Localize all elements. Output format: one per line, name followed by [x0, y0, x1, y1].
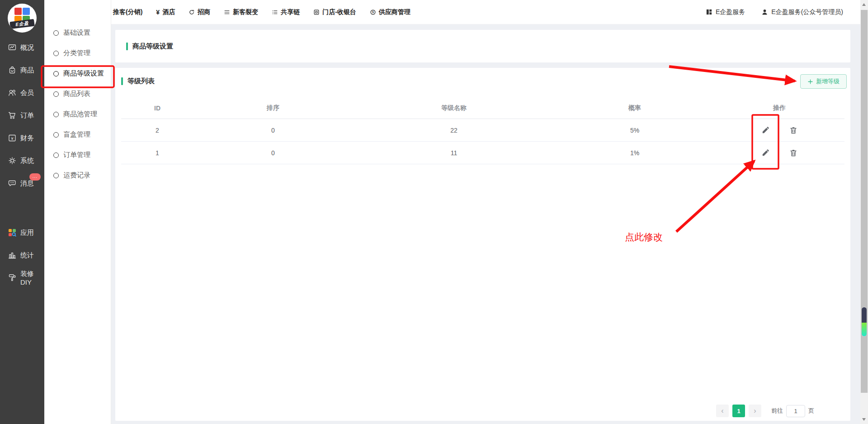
- table-row: 1 0 11 1%: [121, 142, 844, 164]
- sidebar-item-goods[interactable]: 商品: [0, 59, 44, 81]
- submenu-item-label: 运费记录: [63, 171, 90, 180]
- submenu-item-label: 订单管理: [63, 151, 90, 159]
- cell-id: 2: [121, 127, 193, 134]
- submenu-item-freight-records[interactable]: 运费记录: [44, 165, 111, 186]
- submenu-item-category-management[interactable]: 分类管理: [44, 43, 111, 63]
- yen-icon: ¥: [156, 9, 160, 16]
- circle-bullet-icon: [53, 51, 59, 56]
- sidebar-item-apps[interactable]: 应用: [0, 221, 44, 244]
- pagination: ‹ 1 › 前往 页: [716, 405, 814, 417]
- column-header-level-name: 等级名称: [353, 104, 555, 112]
- scroll-progress-widget[interactable]: [861, 307, 867, 337]
- add-level-button-label: 新增等级: [816, 77, 840, 86]
- page-number-button[interactable]: 1: [732, 405, 745, 417]
- paint-roller-icon: [8, 273, 17, 282]
- nav-item-new-customer-fission[interactable]: 新客裂变: [224, 8, 258, 16]
- sidebar-item-system[interactable]: 系统: [0, 149, 44, 172]
- nav-item-supplier-management[interactable]: S 供应商管理: [370, 8, 410, 16]
- cell-probability: 1%: [555, 149, 714, 157]
- page-title: 商品等级设置: [126, 42, 173, 51]
- edit-pencil-icon[interactable]: [761, 149, 769, 157]
- nav-item-share-chain[interactable]: 共享链: [272, 8, 300, 16]
- svg-text:S: S: [372, 10, 374, 14]
- sidebar-item-orders[interactable]: 订单: [0, 104, 44, 127]
- delete-trash-icon[interactable]: [789, 149, 797, 157]
- column-header-actions: 操作: [714, 104, 844, 112]
- submenu-item-product-pool[interactable]: 商品池管理: [44, 104, 111, 124]
- circle-bullet-icon: [53, 112, 59, 117]
- primary-sidebar: E企盈 概况 商品 会员 订单 ¥ 财务 系统 消息 ...: [0, 0, 44, 424]
- circle-bullet-icon: [53, 132, 59, 138]
- sidebar-item-finance[interactable]: ¥ 财务: [0, 127, 44, 149]
- column-header-id: ID: [121, 105, 193, 112]
- sidebar-item-label: 系统: [20, 157, 34, 165]
- submenu-item-product-list[interactable]: 商品列表: [44, 84, 111, 104]
- level-list-card: 等级列表 新增等级 ID 排序 等级名称 概率 操作 2 0 22 5%: [115, 68, 850, 421]
- message-count-badge: ...: [29, 173, 41, 181]
- page-title-text: 商品等级设置: [132, 42, 173, 51]
- prev-page-button[interactable]: ‹: [716, 405, 729, 417]
- service-apps-entry[interactable]: E企盈服务: [706, 8, 745, 16]
- circle-bullet-icon: [53, 30, 59, 36]
- cell-level-name: 22: [353, 127, 555, 134]
- sidebar-item-messages[interactable]: 消息 ...: [0, 172, 44, 195]
- user-account-label: E企盈服务(公众号管理员): [771, 8, 843, 16]
- page-scrollbar[interactable]: [860, 0, 868, 424]
- nav-item-label: 门店-收银台: [322, 8, 356, 16]
- edit-pencil-icon[interactable]: [761, 126, 769, 134]
- cell-actions: [714, 149, 844, 157]
- page-title-card: 商品等级设置: [115, 30, 850, 62]
- sidebar-secondary-group: 应用 统计 装修DIY: [0, 221, 44, 289]
- goto-page-input[interactable]: [786, 405, 805, 417]
- cart-icon: [8, 111, 17, 120]
- overview-icon: [8, 43, 17, 52]
- next-page-button[interactable]: ›: [749, 405, 761, 417]
- finance-icon: ¥: [8, 133, 17, 143]
- submenu-item-label: 商品池管理: [63, 110, 97, 119]
- circle-bullet-icon: [53, 173, 59, 178]
- cell-level-name: 11: [353, 149, 555, 157]
- cell-sort: 0: [193, 149, 353, 157]
- delete-trash-icon[interactable]: [789, 126, 797, 134]
- submenu-item-order-management[interactable]: 订单管理: [44, 145, 111, 165]
- sidebar-item-label: 财务: [20, 134, 34, 143]
- sidebar-item-label: 应用: [20, 229, 34, 237]
- app-logo: E企盈: [8, 4, 37, 33]
- topbar-right-section: E企盈服务 E企盈服务(公众号管理员): [706, 8, 860, 16]
- submenu-item-blind-box[interactable]: 盲盒管理: [44, 124, 111, 145]
- scrollbar-up-arrow-icon[interactable]: [862, 3, 866, 6]
- sidebar-item-statistics[interactable]: 统计: [0, 244, 44, 267]
- service-apps-label: E企盈服务: [716, 8, 745, 16]
- nav-item-label: 推客(分销): [113, 8, 142, 16]
- submenu-panel: 基础设置 分类管理 商品等级设置 商品列表 商品池管理 盲盒管理 订单管理 运费…: [44, 0, 111, 424]
- nav-item-investment[interactable]: 招商: [189, 8, 210, 16]
- sidebar-item-members[interactable]: 会员: [0, 81, 44, 104]
- scroll-widget-green-segment: [862, 323, 867, 336]
- sidebar-item-label: 订单: [20, 111, 34, 120]
- scrollbar-down-arrow-icon[interactable]: [862, 418, 866, 421]
- list-title-text: 等级列表: [127, 77, 155, 86]
- nav-item-label: 酒店: [162, 8, 175, 16]
- user-account-entry[interactable]: E企盈服务(公众号管理员): [761, 8, 843, 16]
- message-bubble-icon: [8, 179, 17, 188]
- submenu-item-basic-settings[interactable]: 基础设置: [44, 23, 111, 43]
- submenu-item-product-level-settings[interactable]: 商品等级设置: [44, 63, 111, 84]
- add-level-button[interactable]: 新增等级: [800, 74, 847, 89]
- nav-item-hotel[interactable]: ¥ 酒店: [156, 8, 175, 16]
- sidebar-item-label: 概况: [20, 43, 34, 52]
- apps-grid-icon: [8, 228, 17, 237]
- storefront-icon: [313, 9, 320, 15]
- sidebar-item-decorate-diy[interactable]: 装修DIY: [0, 267, 44, 289]
- sidebar-item-overview[interactable]: 概况: [0, 36, 44, 59]
- supplier-icon: S: [370, 9, 376, 15]
- sidebar-item-label: 商品: [20, 66, 34, 75]
- submenu-item-label: 分类管理: [63, 49, 90, 57]
- three-lines-icon: [224, 9, 230, 15]
- nav-item-store-cashier[interactable]: 门店-收银台: [313, 8, 356, 16]
- svg-text:¥: ¥: [10, 136, 14, 141]
- shopping-bag-icon: [8, 66, 17, 75]
- submenu-item-label: 盲盒管理: [63, 130, 90, 139]
- cell-id: 1: [121, 149, 193, 157]
- plus-icon: [807, 79, 813, 85]
- top-navigation-bar: 区域分红 推客(分销) ¥ 酒店 招商 新客裂变 共享链 门店-收银台 S 供应…: [44, 0, 860, 24]
